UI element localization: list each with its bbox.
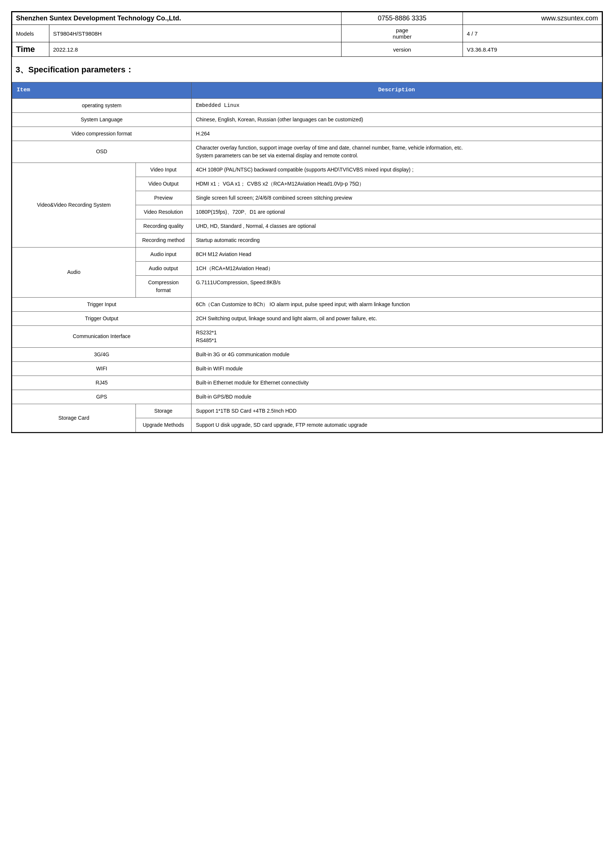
item-cell: 3G/4G	[12, 347, 192, 361]
item-cell: operating system	[12, 98, 192, 112]
table-row: System LanguageChinese, English, Korean,…	[12, 112, 602, 127]
item-cell: Video compression format	[12, 127, 192, 141]
table-row: Video&Video Recording SystemVideo Input4…	[12, 163, 602, 177]
document-container: Shenzhen Suntex Development Technology C…	[11, 11, 603, 433]
sub-item-cell: Audio input	[135, 247, 191, 261]
table-row: AudioAudio input8CH M12 Aviation Head	[12, 247, 602, 261]
table-row: RJ45Built-in Ethernet module for Etherne…	[12, 375, 602, 390]
sub-item-cell: Recording method	[135, 233, 191, 247]
time-value: 2022.12.8	[50, 42, 341, 57]
header-description: Description	[191, 82, 602, 99]
item-cell: Video&Video Recording System	[12, 163, 136, 247]
sub-item-cell: Preview	[135, 191, 191, 205]
spec-table: Item Description operating systemEmbedde…	[12, 82, 602, 432]
desc-cell: RS232*1 RS485*1	[191, 326, 602, 347]
website: www.szsuntex.com	[463, 12, 602, 25]
table-row: Storage CardStorageSupport 1*1TB SD Card…	[12, 404, 602, 418]
desc-cell: Built-in 3G or 4G communication module	[191, 347, 602, 361]
table-row: Trigger Output2CH Switching output, link…	[12, 312, 602, 326]
table-row: WIFIBuilt-in WIFI module	[12, 361, 602, 375]
desc-cell: Built-in WIFI module	[191, 361, 602, 375]
table-row: operating systemEmbedded Linux	[12, 98, 602, 112]
version-value: V3.36.8.4T9	[463, 42, 602, 57]
desc-cell: HDMI x1； VGA x1； CVBS x2（RCA+M12Aviation…	[191, 177, 602, 191]
desc-cell: 8CH M12 Aviation Head	[191, 247, 602, 261]
sub-item-cell: Video Resolution	[135, 205, 191, 219]
item-cell: GPS	[12, 390, 192, 404]
desc-cell: Support 1*1TB SD Card +4TB 2.5Inch HDD	[191, 404, 602, 418]
desc-cell: G.7111UCompression, Speed:8KB/s	[191, 275, 602, 297]
item-cell: Communication Interface	[12, 326, 192, 347]
sub-item-cell: Video Input	[135, 163, 191, 177]
section-title: 3、Specification parameters：	[12, 57, 602, 79]
item-cell: RJ45	[12, 375, 192, 390]
page-value: 4 / 7	[463, 25, 602, 42]
desc-cell: 1CH（RCA+M12Aviation Head）	[191, 261, 602, 275]
item-cell: Trigger Input	[12, 297, 192, 312]
header-table: Shenzhen Suntex Development Technology C…	[12, 12, 602, 57]
desc-cell: Built-in Ethernet module for Ethernet co…	[191, 375, 602, 390]
desc-cell: Startup automatic recording	[191, 233, 602, 247]
desc-cell: Support U disk upgrade, SD card upgrade,…	[191, 418, 602, 432]
desc-cell: Single screen full screen; 2/4/6/8 combi…	[191, 191, 602, 205]
models-label: Models	[12, 25, 50, 42]
desc-cell: 6Ch（Can Customize to 8Ch） IO alarm input…	[191, 297, 602, 312]
table-row: 3G/4GBuilt-in 3G or 4G communication mod…	[12, 347, 602, 361]
desc-cell: Character overlay function, support imag…	[191, 141, 602, 163]
sub-item-cell: Recording quality	[135, 219, 191, 233]
time-label: Time	[12, 42, 50, 57]
models-value: ST9804H/ST9808H	[50, 25, 341, 42]
desc-cell: 2CH Switching output, linkage sound and …	[191, 312, 602, 326]
item-cell: Audio	[12, 247, 136, 297]
table-row: Video compression formatH.264	[12, 127, 602, 141]
desc-cell: Embedded Linux	[191, 98, 602, 112]
phone-number: 0755-8886 3335	[341, 12, 463, 25]
desc-cell: Chinese, English, Korean, Russian (other…	[191, 112, 602, 127]
table-row: GPSBuilt-in GPS/BD module	[12, 390, 602, 404]
sub-item-cell: Upgrade Methods	[135, 418, 191, 432]
item-cell: System Language	[12, 112, 192, 127]
sub-item-cell: Video Output	[135, 177, 191, 191]
company-name: Shenzhen Suntex Development Technology C…	[12, 12, 341, 25]
sub-item-cell: Storage	[135, 404, 191, 418]
item-cell: OSD	[12, 141, 192, 163]
sub-item-cell: Compression format	[135, 275, 191, 297]
desc-cell: H.264	[191, 127, 602, 141]
item-cell: WIFI	[12, 361, 192, 375]
item-cell: Trigger Output	[12, 312, 192, 326]
page-label: page number	[341, 25, 463, 42]
header-item: Item	[12, 82, 192, 99]
table-row: OSDCharacter overlay function, support i…	[12, 141, 602, 163]
desc-cell: Built-in GPS/BD module	[191, 390, 602, 404]
table-row: Trigger Input6Ch（Can Customize to 8Ch） I…	[12, 297, 602, 312]
table-row: Communication InterfaceRS232*1 RS485*1	[12, 326, 602, 347]
version-label: version	[341, 42, 463, 57]
desc-cell: UHD, HD, Standard , Normal, 4 classes ar…	[191, 219, 602, 233]
sub-item-cell: Audio output	[135, 261, 191, 275]
item-cell: Storage Card	[12, 404, 136, 432]
desc-cell: 1080P(15fps)、720P、D1 are optional	[191, 205, 602, 219]
desc-cell: 4CH 1080P (PAL/NTSC) backward compatible…	[191, 163, 602, 177]
